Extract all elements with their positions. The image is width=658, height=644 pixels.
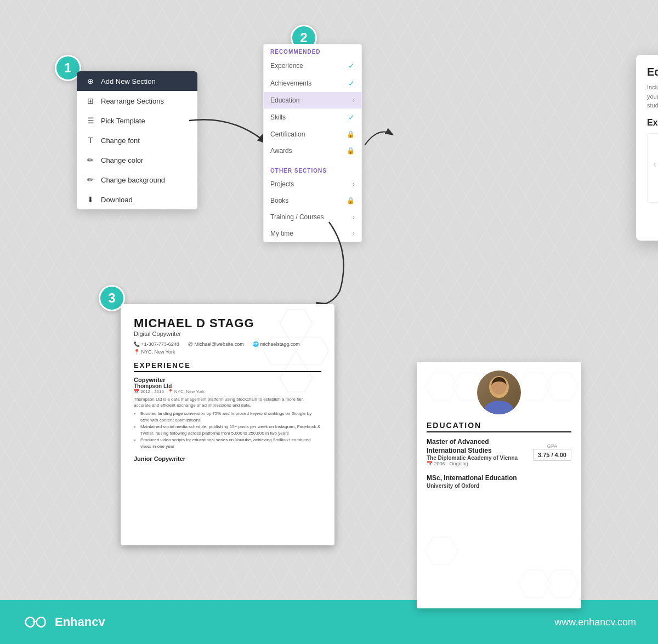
skills-check-icon: ✓	[348, 113, 355, 122]
resume1-bullets: Boosted landing page conversion by 75% a…	[134, 411, 321, 450]
books-lock-icon: 🔒	[347, 197, 355, 204]
resume1: MICHAEL D STAGG Digital Copywriter 📞 +1-…	[121, 304, 334, 545]
svg-marker-8	[425, 537, 458, 565]
enhancv-logo-icon	[22, 614, 49, 630]
experience-label: Experience	[270, 62, 303, 70]
section-awards[interactable]: Awards 🔒	[264, 143, 361, 159]
rearrange-icon: ⊞	[86, 96, 95, 105]
section-certification[interactable]: Certification 🔒	[264, 126, 361, 143]
menu-item-change-font[interactable]: T Change font	[77, 130, 197, 150]
section-skills[interactable]: Skills ✓	[264, 109, 361, 126]
add-section-icon: ⊕	[86, 77, 95, 86]
examples-title: Examples	[647, 118, 658, 128]
background-icon: ✏	[86, 175, 95, 184]
certification-lock-icon: 🔒	[347, 130, 355, 138]
footer-brand: Enhancv	[55, 615, 105, 629]
section-projects[interactable]: Projects ›	[264, 176, 361, 192]
my-time-label: My time	[270, 230, 293, 237]
section-education[interactable]: Education ›	[264, 92, 361, 109]
modal-header: Education ✕	[647, 66, 658, 78]
menu-item-rearrange[interactable]: ⊞ Rearrange Sections	[77, 91, 197, 111]
resume1-phone: 📞 +1-307-773-6248	[134, 341, 179, 347]
menu-item-change-background[interactable]: ✏ Change background	[77, 170, 197, 190]
menu-item-change-color[interactable]: ✏ Change color	[77, 150, 197, 170]
menu-item-add-section[interactable]: ⊕ Add New Section	[77, 71, 197, 91]
achievements-check-icon: ✓	[348, 79, 355, 88]
svg-marker-2	[263, 337, 296, 364]
modal-description: Include any majors, minors, or specializ…	[647, 83, 658, 110]
svg-marker-6	[518, 373, 551, 400]
recommended-label: RECOMMENDED	[264, 44, 361, 57]
modal-title: Education	[647, 66, 658, 78]
education-arrow-icon: ›	[353, 96, 355, 104]
arrow-2-to-3	[296, 219, 362, 307]
section-achievements[interactable]: Achievements ✓	[264, 75, 361, 92]
menu-box: ⊕ Add New Section ⊞ Rearrange Sections ☰…	[77, 71, 197, 209]
resume1-email: @ Michael@website.com	[188, 341, 244, 347]
svg-marker-9	[518, 570, 551, 597]
bullet-3: Produced video scripts for educational s…	[140, 437, 321, 450]
skills-label: Skills	[270, 113, 286, 121]
resume1-next-job: Junior Copywriter	[134, 455, 321, 462]
education-example-card: ‹ EDUCATION Master of Business Administr…	[647, 133, 658, 203]
card-dots	[653, 193, 658, 197]
svg-marker-5	[452, 373, 485, 400]
font-icon: T	[86, 136, 95, 145]
add-section-label: Add New Section	[101, 77, 156, 86]
color-icon: ✏	[86, 156, 95, 164]
footer-url: www.enhancv.com	[554, 617, 636, 628]
svg-marker-0	[280, 310, 313, 337]
svg-marker-7	[546, 373, 578, 400]
certification-label: Certification	[270, 130, 305, 138]
achievements-label: Achievements	[270, 79, 311, 87]
arrow-panel-to-modal	[362, 121, 395, 148]
font-label: Change font	[101, 136, 140, 145]
background-label: Change background	[101, 176, 165, 184]
menu-item-pick-template[interactable]: ☰ Pick Template	[77, 111, 197, 130]
education-modal: Education ✕ Include any majors, minors, …	[636, 55, 658, 241]
download-label: Download	[101, 196, 133, 204]
resume1-hex-decoration	[258, 304, 334, 414]
books-label: Books	[270, 197, 288, 204]
resume2: EDUCATION Master of Advanced Internation…	[417, 362, 581, 608]
experience-check-icon: ✓	[348, 61, 355, 70]
projects-arrow-icon: ›	[353, 180, 355, 188]
resume2-hex-bg	[417, 362, 581, 608]
education-label: Education	[270, 96, 299, 104]
template-label: Pick Template	[101, 117, 145, 125]
color-label: Change color	[101, 156, 143, 164]
other-sections-label: OTHER SECTIONS	[264, 163, 361, 176]
resume1-location: 📍 NYC, New York	[134, 349, 175, 355]
svg-marker-4	[425, 373, 458, 400]
footer-logo: Enhancv	[22, 614, 105, 630]
awards-lock-icon: 🔒	[347, 147, 355, 155]
sections-panel: RECOMMENDED Experience ✓ Achievements ✓ …	[263, 44, 362, 242]
svg-marker-3	[280, 364, 313, 392]
rearrange-label: Rearrange Sections	[101, 97, 164, 105]
section-experience[interactable]: Experience ✓	[264, 57, 361, 75]
awards-label: Awards	[270, 147, 292, 155]
download-icon: ⬇	[86, 195, 95, 204]
svg-marker-10	[546, 570, 578, 597]
bullet-2: Maintained social media schedule, publis…	[140, 424, 321, 437]
menu-item-download[interactable]: ⬇ Download	[77, 190, 197, 209]
svg-marker-1	[296, 337, 329, 364]
resume1-content: MICHAEL D STAGG Digital Copywriter 📞 +1-…	[121, 304, 334, 545]
template-icon: ☰	[86, 116, 95, 125]
projects-label: Projects	[270, 180, 294, 188]
section-books[interactable]: Books 🔒	[264, 192, 361, 209]
